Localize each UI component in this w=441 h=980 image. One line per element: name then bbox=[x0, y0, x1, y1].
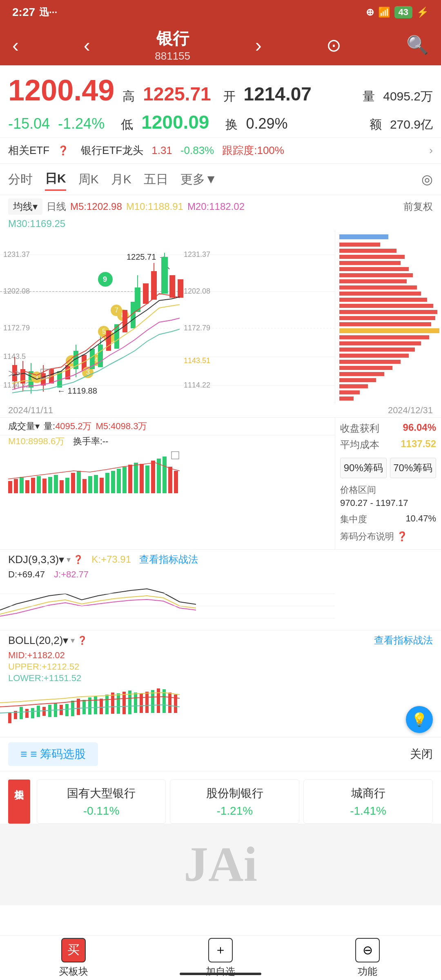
svg-rect-138 bbox=[25, 709, 29, 718]
svg-rect-87 bbox=[339, 316, 435, 320]
svg-rect-155 bbox=[122, 692, 126, 714]
svg-rect-148 bbox=[82, 700, 86, 714]
svg-rect-79 bbox=[339, 267, 409, 271]
ma-line: 均线▾ 日线 M5:1202.98 M10:1188.91 M20:1182.0… bbox=[0, 195, 441, 218]
svg-rect-120 bbox=[117, 469, 121, 493]
svg-text:← 1119.88: ← 1119.88 bbox=[57, 386, 97, 395]
svg-rect-114 bbox=[82, 479, 87, 493]
chip-action-bar: ≡ ≡ 筹码选股 关闭 bbox=[0, 737, 441, 771]
tab-fenshi[interactable]: 分时 bbox=[8, 169, 33, 190]
prev-button[interactable]: ‹ bbox=[84, 34, 90, 56]
function-button[interactable]: ⊖ 功能 bbox=[294, 938, 441, 978]
chip-close-button[interactable]: 关闭 bbox=[410, 746, 433, 762]
svg-rect-76 bbox=[339, 249, 396, 253]
svg-rect-97 bbox=[339, 378, 376, 382]
svg-rect-110 bbox=[60, 480, 64, 493]
svg-rect-86 bbox=[339, 310, 437, 314]
profile-button[interactable]: ⊙ bbox=[326, 35, 341, 56]
svg-rect-98 bbox=[339, 384, 368, 388]
svg-rect-159 bbox=[145, 692, 149, 713]
volume-section: 成交量▾ 量:4095.2万 M5:4098.3万 M10:8998.6万 换手… bbox=[0, 418, 335, 549]
svg-rect-91 bbox=[339, 341, 421, 345]
svg-rect-126 bbox=[151, 461, 155, 493]
next-button[interactable]: › bbox=[255, 34, 262, 56]
top-navigation: ‹ ‹ 银行 881155 › ⊙ 🔍 bbox=[0, 24, 441, 65]
svg-rect-85 bbox=[339, 304, 433, 308]
btn-90-chip[interactable]: 90%筹码 bbox=[340, 458, 387, 478]
svg-rect-124 bbox=[140, 464, 144, 493]
svg-text:1143.51: 1143.51 bbox=[184, 356, 210, 365]
btn-70-chip[interactable]: 70%筹码 bbox=[390, 458, 437, 478]
svg-rect-62 bbox=[161, 257, 168, 294]
svg-rect-80 bbox=[339, 273, 413, 277]
svg-rect-100 bbox=[339, 396, 354, 401]
low-price: 1200.09 bbox=[141, 111, 209, 133]
related-plates: 相关板块 国有大型银行 -0.11% 股份制银行 -1.21% 城商行 -1.4… bbox=[0, 771, 441, 824]
stock-title: 银行 881155 bbox=[155, 27, 190, 62]
svg-rect-121 bbox=[122, 467, 127, 493]
status-bar: 2:27 迅··· ⊕ 📶 43 ⚡ bbox=[0, 0, 441, 24]
boll-header: BOLL(20,2)▾ ▾ ❓ 查看指标战法 bbox=[0, 630, 441, 650]
svg-text:1114.22: 1114.22 bbox=[184, 381, 210, 389]
jai-area: JAi bbox=[0, 824, 441, 905]
svg-rect-81 bbox=[339, 279, 407, 283]
back-button[interactable]: ‹ bbox=[12, 34, 19, 56]
price-header: 1200.49 高 1225.71 开 1214.07 量 4095.2万 -1… bbox=[0, 65, 441, 138]
svg-rect-77 bbox=[339, 255, 405, 259]
tab-more[interactable]: 更多▼ bbox=[180, 171, 217, 188]
svg-rect-119 bbox=[111, 471, 115, 493]
svg-rect-94 bbox=[339, 360, 401, 364]
lightbulb-button[interactable]: 💡 bbox=[406, 706, 433, 733]
svg-rect-150 bbox=[94, 696, 97, 714]
high-price: 1225.71 bbox=[143, 83, 211, 105]
plate-item-2[interactable]: 股份制银行 -1.21% bbox=[170, 780, 299, 824]
svg-rect-75 bbox=[339, 243, 380, 247]
tab-five-day[interactable]: 五日 bbox=[144, 169, 168, 190]
svg-rect-130 bbox=[174, 471, 178, 493]
etf-bar[interactable]: 相关ETF ❓ 银行ETF龙头 1.31 -0.83% 跟踪度:100% › bbox=[0, 138, 441, 164]
svg-rect-109 bbox=[54, 475, 58, 493]
svg-rect-125 bbox=[145, 466, 149, 493]
chip-select-button[interactable]: ≡ ≡ 筹码选股 bbox=[8, 742, 98, 766]
tab-weekly-k[interactable]: 周K bbox=[78, 169, 99, 190]
main-chart-area: 1231.37 1202.08 1172.79 1143.5 1114.22 bbox=[0, 230, 441, 403]
svg-rect-122 bbox=[128, 465, 132, 493]
svg-rect-158 bbox=[140, 693, 143, 713]
camera-icon[interactable]: ◎ bbox=[421, 172, 433, 187]
tab-daily-k[interactable]: 日K bbox=[45, 168, 66, 191]
svg-rect-92 bbox=[339, 347, 415, 352]
svg-text:1172.79: 1172.79 bbox=[3, 324, 30, 332]
svg-rect-118 bbox=[105, 473, 109, 493]
bottom-navigation: 买 买板块 ＋ 加自选 ⊖ 功能 bbox=[0, 935, 441, 980]
svg-rect-57 bbox=[143, 283, 149, 304]
svg-rect-141 bbox=[42, 707, 46, 716]
svg-rect-93 bbox=[339, 354, 409, 358]
buy-plate-button[interactable]: 买 买板块 bbox=[0, 938, 147, 978]
svg-rect-157 bbox=[134, 693, 137, 713]
tab-monthly-k[interactable]: 月K bbox=[111, 169, 131, 190]
svg-rect-154 bbox=[117, 693, 120, 714]
add-watchlist-button[interactable]: ＋ 加自选 bbox=[147, 938, 294, 978]
svg-rect-99 bbox=[339, 390, 360, 394]
plate-item-1[interactable]: 国有大型银行 -0.11% bbox=[37, 780, 166, 824]
date-labels: 2024/11/11 2024/12/31 bbox=[0, 403, 441, 418]
svg-rect-151 bbox=[100, 699, 103, 714]
svg-text:1231.37: 1231.37 bbox=[184, 250, 210, 258]
plate-item-3[interactable]: 城商行 -1.41% bbox=[303, 780, 433, 824]
svg-rect-108 bbox=[48, 477, 52, 493]
candlestick-chart[interactable]: 1231.37 1202.08 1172.79 1143.5 1114.22 bbox=[0, 230, 335, 402]
svg-rect-137 bbox=[20, 707, 23, 719]
svg-rect-160 bbox=[151, 690, 154, 713]
svg-rect-112 bbox=[71, 473, 75, 493]
svg-rect-145 bbox=[65, 704, 69, 716]
svg-text:1225.71 →: 1225.71 → bbox=[127, 252, 167, 261]
amount: 270.9亿 bbox=[390, 116, 433, 133]
ma-selector[interactable]: 均线▾ bbox=[8, 198, 42, 215]
svg-rect-106 bbox=[37, 476, 41, 493]
svg-rect-65 bbox=[178, 279, 183, 298]
search-button[interactable]: 🔍 bbox=[406, 34, 429, 56]
boll-section: BOLL(20,2)▾ ▾ ❓ 查看指标战法 MID:+1182.02 UPPE… bbox=[0, 630, 441, 737]
svg-text:1202.08: 1202.08 bbox=[184, 287, 210, 295]
svg-rect-129 bbox=[168, 467, 172, 493]
chart-tabs: 分时 日K 周K 月K 五日 更多▼ ◎ bbox=[0, 164, 441, 195]
